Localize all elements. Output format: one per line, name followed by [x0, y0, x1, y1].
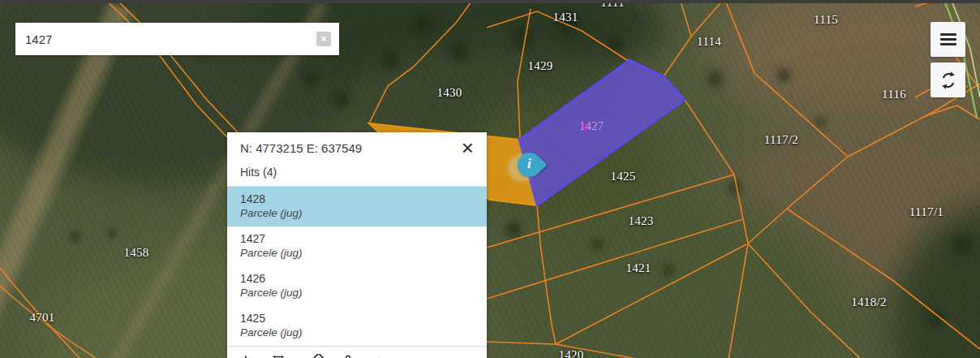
green-boundaries	[943, 0, 980, 118]
hit-row-1426[interactable]: 1426 Parcele (jug)	[227, 266, 487, 306]
hit-layer: Parcele (jug)	[240, 207, 474, 219]
hit-number: 1428	[240, 192, 474, 205]
clear-search-button[interactable]: ×	[316, 32, 331, 46]
hit-layer: Parcele (jug)	[240, 247, 474, 259]
search-box: ×	[15, 23, 339, 55]
map-app: 1111 1431 1115 1114 1429 1430 1116 1117/…	[0, 0, 980, 358]
selected-parcel-1427[interactable]	[519, 60, 685, 205]
hit-row-1425[interactable]: 1425 Parcele (jug)	[227, 306, 487, 346]
hit-layer: Parcele (jug)	[240, 326, 474, 339]
results-popup: N: 4773215 E: 637549 × Hits (4) 1428 Par…	[227, 132, 487, 358]
hit-row-1428[interactable]: 1428 Parcele (jug)	[227, 187, 487, 226]
parcel-label: 4701	[29, 311, 54, 325]
parcel-label: 1431	[552, 11, 578, 24]
measure-icon[interactable]	[303, 353, 325, 358]
search-input[interactable]	[15, 32, 316, 46]
flash-location-icon[interactable]	[235, 353, 256, 358]
parcel-label: 1418/2	[851, 295, 886, 309]
refresh-icon	[939, 71, 958, 90]
parcel-label: 1114	[697, 35, 721, 49]
hits-count-title: Hits (4)	[227, 161, 487, 187]
hit-number: 1426	[240, 272, 474, 285]
parcel-label: 1116	[882, 88, 906, 101]
menu-icon	[940, 31, 956, 48]
extent-icon[interactable]	[269, 353, 290, 358]
top-strip	[0, 0, 980, 3]
refresh-button[interactable]	[931, 63, 965, 97]
parcel-label: 1425	[610, 170, 635, 183]
hit-number: 1427	[240, 232, 474, 245]
parcel-label: 1429	[527, 59, 552, 73]
parcel-label: 1117/2	[764, 133, 798, 147]
hit-row-1427[interactable]: 1427 Parcele (jug)	[227, 226, 487, 266]
hit-layer: Parcele (jug)	[240, 287, 474, 299]
hit-number: 1425	[240, 312, 474, 325]
parcel-label: 1117/1	[909, 205, 943, 219]
street-view-icon[interactable]	[337, 353, 359, 358]
parcel-label: 1458	[123, 246, 148, 260]
parcel-label: 1430	[436, 86, 462, 100]
brightness-icon[interactable]	[372, 353, 393, 358]
parcel-label: 1423	[628, 214, 653, 228]
parcel-label: 1115	[814, 13, 838, 27]
coordinates-readout: N: 4773215 E: 637549	[240, 141, 362, 155]
parcel-label: 1421	[625, 261, 651, 275]
menu-button[interactable]	[931, 22, 965, 57]
close-icon[interactable]: ×	[460, 140, 475, 156]
info-icon: i	[517, 153, 541, 175]
parcel-label: 1420	[558, 348, 583, 358]
selected-parcel-number: 1427	[579, 119, 604, 133]
